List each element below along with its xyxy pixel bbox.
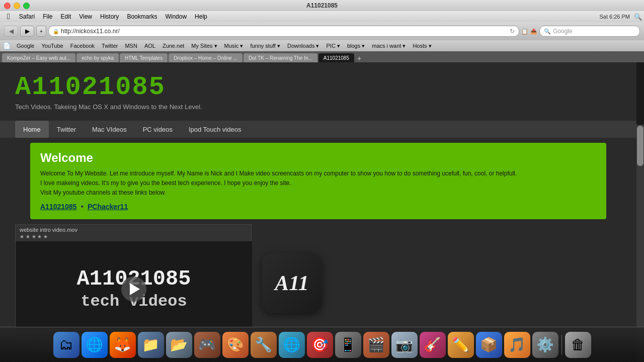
dock-icon-tools[interactable]: 🔧 [251,332,277,358]
play-button[interactable] [121,277,146,302]
dock-icon-mobile[interactable]: 📱 [335,332,361,358]
dock-icon-video[interactable]: 🎬 [363,332,389,358]
back-button[interactable]: ◀ [4,26,18,37]
bookmark-downloads[interactable]: Downloads [284,42,322,50]
app-icon-text: A11 [275,271,309,295]
bookmark-msn[interactable]: MSN [122,42,140,50]
link-separator: • [80,202,84,211]
dock-icon-browser2[interactable]: 🌐 [279,332,305,358]
video-title-bar: website intro video.mov ★ ★ ★ ★ ★ [16,225,251,241]
dock-icon-pencil[interactable]: ✏️ [448,332,474,358]
bookmarks-bar: 📄 Google YouTube Facebook Twitter MSN AO… [0,40,644,51]
app-icon-area: A11 [262,224,322,337]
bookmark-zune[interactable]: Zune.net [159,42,187,50]
bookmark-macs[interactable]: macs i want [369,42,409,50]
youtube-link-a11[interactable]: A11021085 [40,203,76,211]
page-header: A11021085 Tech Videos. Takeing Mac OS X … [0,62,636,116]
dock-icon-gamepad[interactable]: 🎮 [194,332,220,358]
video-player[interactable]: A11021085 tech videos [16,241,252,337]
dock-icon-paint[interactable]: 🎨 [222,332,249,358]
status-time: Sat 6:26 PM [599,14,630,20]
dock-icon-app1[interactable]: 🎯 [307,332,333,358]
welcome-links: A11021085 • PChacker11 [40,202,596,211]
nav-home[interactable]: Home [15,121,49,138]
nav-pc-videos[interactable]: PC videos [135,121,181,138]
menu-file[interactable]: File [39,11,56,22]
video-stars: ★ ★ ★ ★ ★ [20,234,247,239]
tab-dropbox[interactable]: Dropbox – Home – Online ... [169,53,243,62]
tab-echo[interactable]: echo by spyka [76,53,119,62]
scrollbar-thumb[interactable] [637,126,643,166]
content-area: website intro video.mov ★ ★ ★ ★ ★ A11021… [15,224,621,337]
bookmark-facebook[interactable]: Facebook [67,42,98,50]
forward-button[interactable]: ▶ [20,26,34,37]
search-bar[interactable]: 🔍 Google [539,26,640,37]
search-placeholder: Google [553,28,573,35]
reload-button[interactable]: ↻ [510,28,515,35]
menu-bookmarks[interactable]: Bookmarks [123,11,161,22]
site-subtitle: Tech Videos. Takeing Mac OS X and Window… [15,103,621,111]
bookmark-youtube[interactable]: YouTube [38,42,66,50]
dock-separator [561,335,562,355]
close-button[interactable] [4,3,11,9]
search-icon[interactable]: 🔍 [634,13,642,21]
page-wrapper: A11021085 Tech Videos. Takeing Mac OS X … [0,62,636,352]
welcome-section: Welcome Welcome To My Website. Let me in… [30,143,606,219]
maximize-button[interactable] [23,3,30,9]
dock-icon-firefox[interactable]: 🦊 [110,332,136,358]
dock-icon-photo[interactable]: 📷 [391,332,418,358]
play-icon [130,283,140,295]
dock-icon-finder[interactable]: 🗂 [53,332,79,358]
bookmark-twitter[interactable]: Twitter [99,42,121,50]
app-icon[interactable]: A11 [262,253,322,313]
menu-safari[interactable]: Safari [15,11,39,22]
tab-kompozer[interactable]: KompoZer – Easy web aut... [2,53,75,62]
dock-icon-package[interactable]: 📦 [476,332,502,358]
tab-a11021085[interactable]: A11021085 [318,53,354,62]
toolbar: ◀ ▶ + 🔒 http://nickosx11.co.nr/ ↻ 📋 📤 🔍 … [0,22,644,40]
minimize-button[interactable] [14,3,20,9]
welcome-wrapper: Welcome Welcome To My Website. Let me in… [15,143,621,219]
bookmark-mysites[interactable]: My Sites [188,42,220,50]
share-icon[interactable]: 📤 [530,28,537,35]
browser-viewport: A11021085 Tech Videos. Takeing Mac OS X … [0,62,644,352]
dock-icon-folder1[interactable]: 📁 [138,332,164,358]
video-title: website intro video.mov [20,227,247,233]
menu-history[interactable]: History [96,11,123,22]
dock-icon-folder2[interactable]: 📂 [166,332,192,358]
welcome-text-line2: I love makeing videos. It's my to give y… [40,178,596,188]
rss-icon[interactable]: 📋 [521,28,528,35]
nav-twitter[interactable]: Twitter [49,121,84,138]
dock-icon-trash[interactable]: 🗑 [565,332,591,358]
bookmark-blogs[interactable]: blogs [344,42,368,50]
bookmark-google[interactable]: Google [14,42,37,50]
welcome-text-line3: Visit My youtube channels at these links… [40,188,596,198]
bookmark-pic[interactable]: PIC [323,42,343,50]
menu-view[interactable]: View [75,11,96,22]
dock-icon-audio[interactable]: 🎵 [504,332,530,358]
address-bar[interactable]: 🔒 http://nickosx11.co.nr/ ↻ [48,26,519,37]
menu-edit[interactable]: Edit [57,11,75,22]
dock-icon-settings[interactable]: ⚙️ [532,332,558,358]
bookmark-aol[interactable]: AOL [141,42,158,50]
dock-icon-music[interactable]: 🎸 [420,332,446,358]
nav-ipod-touch[interactable]: Ipod Touch videos [181,121,250,138]
bookmark-music[interactable]: Music [221,42,247,50]
new-tab-button[interactable]: + [355,54,363,62]
youtube-link-pchacker[interactable]: PChacker11 [88,203,128,211]
bookmark-funny[interactable]: funny stuff [247,42,283,50]
menu-window[interactable]: Window [161,11,191,22]
menu-help[interactable]: Help [191,11,211,22]
nav-mac-videos[interactable]: Mac VIdeos [84,121,135,138]
tab-html-templates[interactable]: HTML Templates [120,53,168,62]
apple-menu[interactable]:  [2,11,15,22]
add-bookmark-button[interactable]: + [36,26,46,37]
search-magnifier-icon: 🔍 [544,28,551,35]
video-container: website intro video.mov ★ ★ ★ ★ ★ A11021… [15,224,252,337]
url-text: http://nickosx11.co.nr/ [61,28,120,35]
bookmark-hosts[interactable]: Hosts [410,42,434,50]
menu-bar:  Safari File Edit View History Bookmark… [0,11,644,22]
bookmarks-icon[interactable]: 📄 [3,42,11,49]
tab-dottk[interactable]: Dot TK – Renaming The In... [244,53,317,62]
dock-icon-safari[interactable]: 🌐 [82,332,108,358]
